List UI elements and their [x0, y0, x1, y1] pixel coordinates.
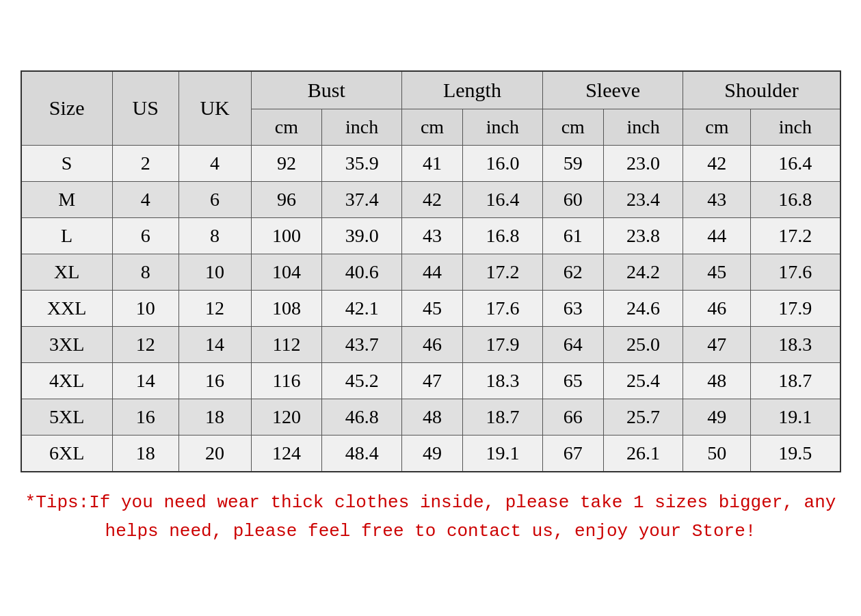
table-cell: M	[21, 181, 113, 217]
table-cell: 48	[683, 362, 751, 399]
table-cell: 14	[112, 362, 178, 399]
table-cell: 49	[683, 399, 751, 435]
table-row: S249235.94116.05923.04216.4	[21, 145, 840, 181]
table-cell: XL	[21, 254, 113, 290]
sleeve-cm-header: cm	[542, 109, 603, 145]
table-cell: 44	[683, 217, 751, 254]
table-cell: 19.5	[751, 435, 840, 472]
col-size: Size	[21, 71, 113, 146]
col-bust-header: Bust	[251, 71, 401, 109]
table-cell: 24.6	[603, 290, 683, 326]
table-cell: 96	[251, 181, 322, 217]
table-cell: 37.4	[322, 181, 402, 217]
table-row: M469637.44216.46023.44316.8	[21, 181, 840, 217]
table-cell: 4	[112, 181, 178, 217]
table-cell: 112	[251, 326, 322, 362]
table-cell: 16	[112, 399, 178, 435]
table-cell: 16.8	[462, 217, 542, 254]
table-cell: 45	[402, 290, 463, 326]
size-chart-table: Size US UK Bust Length Sleeve Shoulder c…	[21, 70, 841, 472]
sleeve-inch-header: inch	[603, 109, 683, 145]
table-cell: 47	[402, 362, 463, 399]
table-cell: 19.1	[751, 399, 840, 435]
table-cell: 17.6	[462, 290, 542, 326]
table-cell: 35.9	[322, 145, 402, 181]
table-cell: 17.2	[462, 254, 542, 290]
bust-inch-header: inch	[322, 109, 402, 145]
table-cell: 6XL	[21, 435, 113, 472]
table-cell: 108	[251, 290, 322, 326]
table-cell: 48	[402, 399, 463, 435]
table-row: 4XL141611645.24718.36525.44818.7	[21, 362, 840, 399]
table-cell: 25.7	[603, 399, 683, 435]
table-cell: 65	[542, 362, 603, 399]
table-cell: 18	[112, 435, 178, 472]
table-row: XL81010440.64417.26224.24517.6	[21, 254, 840, 290]
table-cell: 42.1	[322, 290, 402, 326]
table-cell: 66	[542, 399, 603, 435]
table-cell: 45	[683, 254, 751, 290]
table-cell: 48.4	[322, 435, 402, 472]
table-cell: 2	[112, 145, 178, 181]
table-cell: 92	[251, 145, 322, 181]
table-cell: XXL	[21, 290, 113, 326]
table-row: XXL101210842.14517.66324.64617.9	[21, 290, 840, 326]
table-cell: 116	[251, 362, 322, 399]
table-cell: L	[21, 217, 113, 254]
table-cell: 45.2	[322, 362, 402, 399]
table-cell: 14	[178, 326, 251, 362]
table-cell: 19.1	[462, 435, 542, 472]
table-cell: 12	[178, 290, 251, 326]
table-cell: 18	[178, 399, 251, 435]
table-cell: 5XL	[21, 399, 113, 435]
table-row: 6XL182012448.44919.16726.15019.5	[21, 435, 840, 472]
table-cell: 6	[178, 181, 251, 217]
table-cell: 23.0	[603, 145, 683, 181]
table-cell: 12	[112, 326, 178, 362]
table-cell: 18.3	[462, 362, 542, 399]
table-cell: 39.0	[322, 217, 402, 254]
table-cell: 23.8	[603, 217, 683, 254]
table-cell: 16.0	[462, 145, 542, 181]
table-cell: 43	[683, 181, 751, 217]
table-cell: 4	[178, 145, 251, 181]
table-cell: 67	[542, 435, 603, 472]
table-cell: 16.8	[751, 181, 840, 217]
table-cell: 16.4	[462, 181, 542, 217]
table-cell: 18.3	[751, 326, 840, 362]
table-cell: 42	[402, 181, 463, 217]
table-cell: 104	[251, 254, 322, 290]
col-uk: UK	[178, 71, 251, 146]
table-cell: 120	[251, 399, 322, 435]
table-cell: 42	[683, 145, 751, 181]
table-cell: 18.7	[751, 362, 840, 399]
table-cell: 40.6	[322, 254, 402, 290]
table-cell: 6	[112, 217, 178, 254]
length-cm-header: cm	[402, 109, 463, 145]
col-us: US	[112, 71, 178, 146]
table-cell: 4XL	[21, 362, 113, 399]
table-row: L6810039.04316.86123.84417.2	[21, 217, 840, 254]
length-inch-header: inch	[462, 109, 542, 145]
table-cell: 16	[178, 362, 251, 399]
table-cell: 124	[251, 435, 322, 472]
shoulder-cm-header: cm	[683, 109, 751, 145]
table-cell: 43.7	[322, 326, 402, 362]
table-cell: 25.0	[603, 326, 683, 362]
table-cell: 44	[402, 254, 463, 290]
table-cell: 20	[178, 435, 251, 472]
table-cell: 50	[683, 435, 751, 472]
table-cell: 10	[112, 290, 178, 326]
table-cell: 43	[402, 217, 463, 254]
table-cell: 17.9	[462, 326, 542, 362]
col-sleeve-header: Sleeve	[542, 71, 683, 109]
table-cell: 47	[683, 326, 751, 362]
table-cell: 63	[542, 290, 603, 326]
table-cell: 64	[542, 326, 603, 362]
table-cell: 100	[251, 217, 322, 254]
col-length-header: Length	[402, 71, 543, 109]
table-cell: 25.4	[603, 362, 683, 399]
table-cell: 49	[402, 435, 463, 472]
table-cell: 60	[542, 181, 603, 217]
table-cell: 46	[683, 290, 751, 326]
